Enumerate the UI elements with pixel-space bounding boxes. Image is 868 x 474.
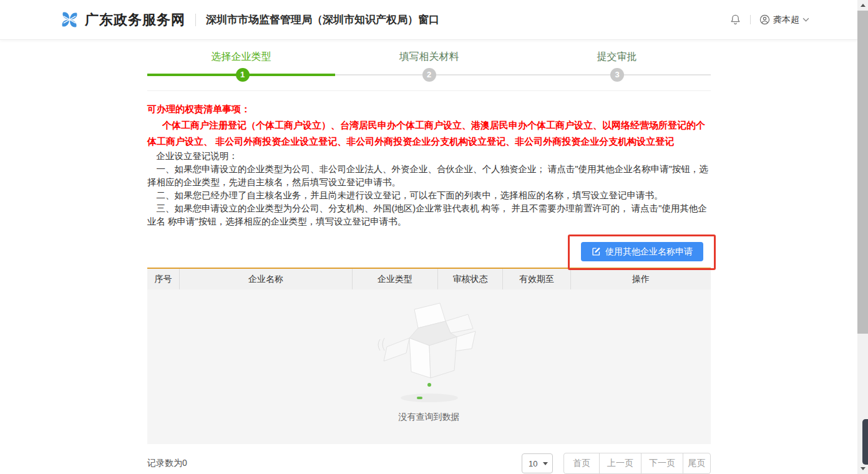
- table-empty-state: 没有查询到数据: [147, 289, 711, 444]
- column-header-valid: 有效期至: [502, 269, 570, 289]
- step-label-2: 填写相关材料: [335, 51, 523, 63]
- action-row: 使用其他企业名称申请: [147, 228, 711, 268]
- column-header-type: 企业类型: [352, 269, 437, 289]
- user-icon: [759, 14, 770, 25]
- scrollbar-down-arrow[interactable]: [857, 463, 868, 474]
- chevron-down-icon: [802, 17, 809, 22]
- notification-bell-icon[interactable]: [729, 14, 741, 26]
- user-name: 龚本超: [773, 14, 799, 26]
- name-list-table: 序号 企业名称 企业类型 审核状态 有效期至 操作: [147, 268, 711, 444]
- step-circle-2: 2: [422, 68, 436, 82]
- window-title: 深圳市市场监督管理局（深圳市知识产权局）窗口: [206, 12, 439, 27]
- pagination-last-button[interactable]: 尾页: [683, 453, 711, 474]
- registration-instructions: 企业设立登记说明： 一、如果您申请设立的企业类型为公司、非公司企业法人、外资企业…: [147, 150, 711, 228]
- app-header: 广东政务服务网 深圳市市场监督管理局（深圳市知识产权局）窗口 龚本超: [0, 0, 868, 40]
- empty-shadow-ellipse: [401, 394, 458, 402]
- pagination-next-button[interactable]: 下一页: [641, 453, 683, 474]
- instruction-item-3: 三、如果您申请设立的企业类型为分公司、分支机构、外国(地区)企业常驻代表机 构等…: [147, 202, 711, 228]
- instruction-item-1: 一、如果您申请设立的企业类型为公司、非公司企业法人、外资企业、合伙企业、个人独资…: [147, 163, 711, 189]
- user-menu[interactable]: 龚本超: [759, 14, 809, 26]
- instruction-item-2: 二、如果您已经办理了自主核名业务，并且尚未进行设立登记，可以在下面的列表中，选择…: [147, 189, 711, 202]
- empty-box-icon: [377, 301, 482, 380]
- table-footer: 记录数为0 10 首页 上一页 下一页 尾页: [147, 453, 711, 474]
- page-size-select[interactable]: 10: [522, 453, 553, 473]
- step-circle-1: 1: [236, 68, 250, 82]
- scrollbar-up-arrow[interactable]: [857, 0, 868, 11]
- edit-icon: [592, 247, 601, 256]
- pagination: 首页 上一页 下一页 尾页: [563, 453, 711, 474]
- scrollbar: [857, 0, 868, 474]
- step-indicator: 选择企业类型 填写相关材料 提交审批 1 2 3: [147, 40, 711, 91]
- section-divider: [147, 90, 711, 91]
- header-divider: [750, 15, 751, 24]
- notice-body: 个体工商户注册登记（个体工商户设立）、台湾居民申办个体工商户设立、港澳居民申办个…: [147, 117, 711, 150]
- column-header-action: 操作: [570, 269, 711, 289]
- table-header-row: 序号 企业名称 企业类型 审核状态 有效期至 操作: [147, 269, 711, 289]
- header-user-area: 龚本超: [729, 14, 809, 26]
- use-other-name-button[interactable]: 使用其他企业名称申请: [581, 242, 703, 261]
- notice-title: 可办理的权责清单事项：: [147, 101, 711, 117]
- scrollbar-thumb[interactable]: [857, 11, 868, 334]
- column-header-status: 审核状态: [437, 269, 502, 289]
- brand-logo-icon[interactable]: [60, 10, 79, 29]
- main-content: 选择企业类型 填写相关材料 提交审批 1 2 3 可办理的权责清单事项： 个体工…: [147, 40, 711, 474]
- instructions-title: 企业设立登记说明：: [147, 150, 711, 163]
- record-count: 记录数为0: [147, 458, 187, 469]
- empty-message: 没有查询到数据: [399, 412, 460, 423]
- side-widget-tab[interactable]: [862, 419, 868, 465]
- empty-green-dash: [417, 397, 422, 399]
- rights-list-notice: 可办理的权责清单事项： 个体工商户注册登记（个体工商户设立）、台湾居民申办个体工…: [147, 101, 711, 150]
- select-caret-icon: [543, 462, 548, 465]
- empty-green-dot: [427, 383, 431, 387]
- column-header-name: 企业名称: [179, 269, 352, 289]
- page-size-value: 10: [529, 459, 537, 468]
- brand-title[interactable]: 广东政务服务网: [85, 11, 185, 29]
- step-label-3: 提交审批: [523, 51, 711, 63]
- header-brand-area: 广东政务服务网 深圳市市场监督管理局（深圳市知识产权局）窗口: [60, 10, 439, 29]
- step-label-1: 选择企业类型: [147, 51, 335, 63]
- pagination-prev-button[interactable]: 上一页: [599, 453, 641, 474]
- header-divider: [195, 14, 196, 26]
- column-header-seq: 序号: [147, 269, 179, 289]
- step-circle-3: 3: [610, 68, 624, 82]
- pagination-first-button[interactable]: 首页: [563, 453, 600, 474]
